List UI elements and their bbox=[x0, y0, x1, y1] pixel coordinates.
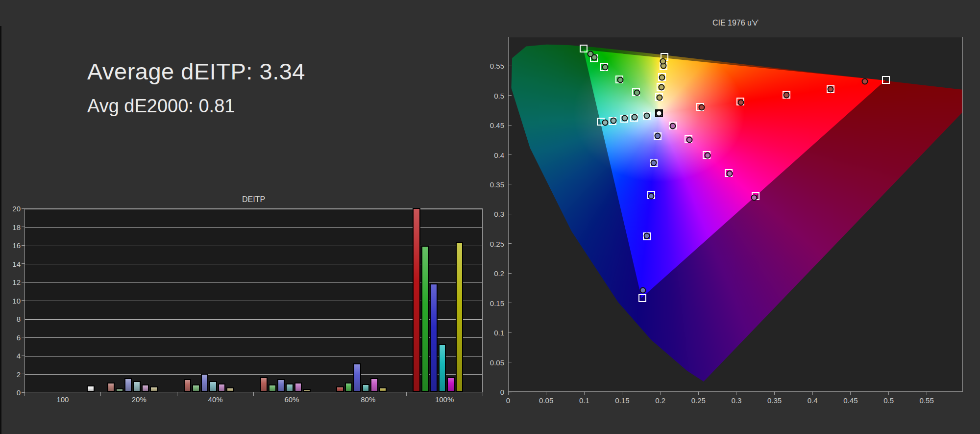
bar-100-white bbox=[87, 385, 95, 392]
y-axis-tick bbox=[22, 337, 24, 337]
cie-y-tick bbox=[508, 273, 512, 274]
cie-x-label: 0.1 bbox=[572, 396, 596, 405]
cie-measured-yellow-20 bbox=[657, 94, 663, 101]
y-axis-label: 6 bbox=[1, 333, 21, 341]
avg-de2000-text: Avg dE2000: 0.81 bbox=[87, 96, 305, 117]
cie-measured-cyan-80 bbox=[610, 117, 616, 124]
x-axis-tick bbox=[177, 392, 177, 396]
bar-60%-red bbox=[260, 377, 268, 392]
bar-shine bbox=[278, 380, 284, 391]
bar-60%-green bbox=[269, 384, 276, 392]
y-axis-tick bbox=[22, 356, 24, 356]
cie-y-label: 0.25 bbox=[481, 239, 504, 248]
cie-x-label: 0.05 bbox=[535, 396, 558, 405]
cie-measured-white-point bbox=[656, 110, 662, 117]
bar-60%-magenta bbox=[294, 383, 302, 392]
cie-measured-magenta-100 bbox=[751, 194, 757, 201]
calibration-report: Average dEITP: 3.34 Avg dE2000: 0.81 DEI… bbox=[0, 0, 980, 434]
y-axis-label: 18 bbox=[1, 223, 21, 231]
bar-shine bbox=[295, 383, 301, 391]
cie-y-tick bbox=[508, 214, 512, 214]
cie-measured-green-20 bbox=[634, 90, 640, 96]
cie-measured-red-20 bbox=[698, 104, 705, 111]
cie-measured-green-40 bbox=[617, 77, 623, 83]
cie-y-label: 0.55 bbox=[481, 62, 504, 70]
bar-shine bbox=[304, 390, 310, 391]
x-axis-label-80%: 80% bbox=[330, 395, 406, 404]
cie-x-label: 0.15 bbox=[611, 396, 634, 405]
bar-40%-cyan bbox=[209, 381, 217, 392]
bar-shine bbox=[202, 375, 208, 391]
bar-shine bbox=[117, 389, 122, 391]
bar-20%-yellow bbox=[150, 386, 158, 392]
bar-shine bbox=[143, 385, 148, 391]
bar-shine bbox=[354, 364, 360, 391]
bar-80%-cyan bbox=[362, 384, 370, 392]
y-axis-label: 2 bbox=[1, 370, 21, 378]
cie-measured-magenta-80 bbox=[726, 171, 733, 177]
bar-shine bbox=[337, 387, 343, 391]
bar-100%-cyan bbox=[439, 344, 446, 392]
cie-measured-red-60 bbox=[784, 92, 790, 99]
bar-80%-red bbox=[336, 386, 344, 392]
cie-y-tick bbox=[508, 332, 512, 333]
cie-x-label: 0.55 bbox=[915, 396, 938, 405]
bar-40%-red bbox=[184, 379, 192, 392]
cie-x-tick bbox=[698, 391, 699, 395]
y-axis-tick bbox=[22, 300, 24, 301]
cie-measured-cyan-20 bbox=[644, 113, 650, 119]
x-axis-tick bbox=[406, 392, 407, 396]
cie-x-label: 0.4 bbox=[801, 396, 824, 405]
y-axis-tick bbox=[22, 227, 24, 227]
cie-x-label: 0.45 bbox=[839, 396, 862, 405]
cie-x-label: 0.3 bbox=[725, 396, 748, 405]
bar-shine bbox=[151, 387, 157, 391]
cie-x-label: 0.5 bbox=[877, 396, 901, 405]
summary-block: Average dEITP: 3.34 Avg dE2000: 0.81 bbox=[87, 58, 305, 117]
cie-y-label: 0.35 bbox=[481, 180, 504, 188]
bar-40%-green bbox=[192, 384, 200, 392]
y-axis-tick bbox=[22, 319, 24, 319]
cie-y-label: 0.2 bbox=[481, 269, 504, 278]
cie-y-label: 0.1 bbox=[481, 329, 504, 337]
cie-y-tick bbox=[508, 392, 512, 392]
cie-measured-red-40 bbox=[738, 99, 744, 105]
cie-x-label: 0 bbox=[496, 396, 520, 405]
bar-shine bbox=[185, 380, 191, 391]
cie-x-tick bbox=[774, 391, 775, 395]
cie-x-tick bbox=[622, 391, 622, 395]
bar-shine bbox=[134, 382, 140, 391]
bar-20%-red bbox=[107, 383, 115, 392]
bar-shine bbox=[380, 388, 386, 391]
cie-x-tick bbox=[850, 391, 851, 395]
x-axis-tick bbox=[24, 392, 25, 396]
bar-100%-red bbox=[413, 208, 420, 392]
bar-60%-yellow bbox=[303, 389, 311, 392]
bar-40%-magenta bbox=[218, 383, 226, 392]
cie-measured-cyan-60 bbox=[622, 115, 628, 122]
cie-measured-magenta-40 bbox=[686, 136, 692, 143]
bar-100%-magenta bbox=[447, 377, 455, 392]
cie-measured-green-60 bbox=[602, 64, 608, 71]
bar-shine bbox=[261, 378, 267, 391]
cie-y-label: 0.15 bbox=[481, 299, 504, 307]
bar-40%-blue bbox=[201, 374, 209, 392]
bar-80%-blue bbox=[353, 363, 361, 392]
cie-x-tick bbox=[584, 391, 585, 395]
cie-measured-magenta-60 bbox=[705, 153, 711, 159]
bar-shine bbox=[210, 382, 216, 391]
cie-x-label: 0.35 bbox=[763, 396, 786, 405]
cie-measured-blue-80 bbox=[644, 232, 650, 239]
bar-20%-cyan bbox=[133, 381, 141, 392]
cie-y-tick bbox=[508, 303, 512, 303]
cie-y-tick bbox=[508, 66, 512, 66]
bar-shine bbox=[440, 345, 445, 391]
cie-y-tick bbox=[508, 125, 512, 126]
bar-shine bbox=[371, 379, 377, 391]
bar-shine bbox=[346, 383, 352, 391]
cie-y-label: 0 bbox=[481, 388, 504, 396]
bar-60%-cyan bbox=[286, 383, 294, 392]
x-axis-tick bbox=[330, 392, 330, 396]
bar-80%-green bbox=[345, 383, 353, 392]
x-axis-label-100%: 100% bbox=[406, 395, 483, 404]
